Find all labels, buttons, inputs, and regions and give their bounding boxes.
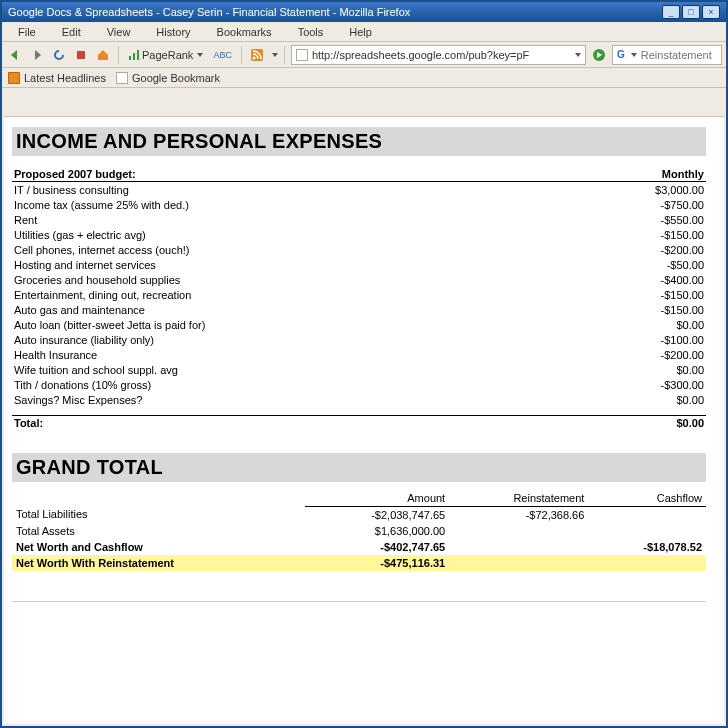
menu-tools[interactable]: Tools — [286, 24, 336, 40]
minimize-button[interactable]: _ — [662, 5, 680, 19]
chevron-down-icon[interactable] — [631, 53, 637, 57]
pagerank-icon[interactable]: PageRank — [125, 46, 206, 64]
row-label: Auto insurance (liability only) — [12, 332, 558, 347]
url-input[interactable] — [312, 49, 569, 61]
svg-rect-1 — [129, 56, 131, 60]
row-label: Auto loan (bitter-sweet Jetta is paid fo… — [12, 317, 558, 332]
search-bar[interactable]: G — [612, 45, 722, 65]
col-monthly: Monthly — [558, 166, 706, 182]
row-value: -$150.00 — [558, 302, 706, 317]
bookmark-label: Latest Headlines — [24, 72, 106, 84]
row-label: Total Liabilities — [12, 506, 305, 523]
grand-total-table: Amount Reinstatement Cashflow Total Liab… — [12, 490, 706, 571]
svg-rect-0 — [77, 51, 85, 59]
reload-button[interactable] — [50, 46, 68, 64]
nav-toolbar: PageRank ABC G — [2, 42, 726, 68]
col-reinstatement: Reinstatement — [449, 490, 588, 507]
page-icon — [116, 72, 128, 84]
networth-label: Net Worth and Cashflow — [12, 539, 305, 555]
row-value: $3,000.00 — [558, 182, 706, 198]
chevron-down-icon — [272, 53, 278, 57]
back-button[interactable] — [6, 46, 24, 64]
document-viewport[interactable]: INCOME AND PERSONAL EXPENSES Proposed 20… — [4, 116, 724, 724]
menu-bookmarks[interactable]: Bookmarks — [205, 24, 284, 40]
stop-button[interactable] — [72, 46, 90, 64]
total-label: Total: — [12, 415, 558, 431]
col-amount: Amount — [305, 490, 450, 507]
net-worth-reinst-row: Net Worth With Reinstatement -$475,116.3… — [12, 555, 706, 571]
row-value: -$100.00 — [558, 332, 706, 347]
row-value: -$300.00 — [558, 377, 706, 392]
address-bar[interactable] — [291, 45, 586, 65]
pagerank-label: PageRank — [142, 49, 193, 61]
table-header-row: Proposed 2007 budget: Monthly — [12, 166, 706, 182]
bookmarks-toolbar: Latest Headlines Google Bookmark — [2, 68, 726, 88]
spreadsheet-document: INCOME AND PERSONAL EXPENSES Proposed 20… — [4, 117, 724, 610]
separator — [118, 46, 119, 64]
menu-view[interactable]: View — [95, 24, 143, 40]
table-row: Rent-$550.00 — [12, 212, 706, 227]
go-button[interactable] — [590, 46, 608, 64]
chevron-down-icon — [197, 53, 203, 57]
forward-button[interactable] — [28, 46, 46, 64]
total-row: Total: $0.00 — [12, 415, 706, 431]
home-button[interactable] — [94, 46, 112, 64]
row-reinstatement — [449, 523, 588, 539]
table-row: Income tax (assume 25% with ded.)-$750.0… — [12, 197, 706, 212]
row-reinstatement: -$72,368.66 — [449, 506, 588, 523]
maximize-button[interactable]: □ — [682, 5, 700, 19]
menu-edit[interactable]: Edit — [50, 24, 93, 40]
chevron-down-icon[interactable] — [575, 53, 581, 57]
menu-history[interactable]: History — [144, 24, 202, 40]
svg-rect-2 — [133, 53, 135, 60]
row-label: Income tax (assume 25% with ded.) — [12, 197, 558, 212]
row-label: Total Assets — [12, 523, 305, 539]
bookmark-google[interactable]: Google Bookmark — [116, 72, 220, 84]
abc-label: ABC — [213, 50, 232, 60]
table-row: Auto insurance (liability only)-$100.00 — [12, 332, 706, 347]
row-label: IT / business consulting — [12, 182, 558, 198]
row-amount: $1,636,000.00 — [305, 523, 450, 539]
table-row: Entertainment, dining out, recreation-$1… — [12, 287, 706, 302]
table-row: Hosting and internet services-$50.00 — [12, 257, 706, 272]
table-row: Total Liabilities-$2,038,747.65-$72,368.… — [12, 506, 706, 523]
budget-table: Proposed 2007 budget: Monthly IT / busin… — [12, 166, 706, 431]
row-value: $0.00 — [558, 362, 706, 377]
spellcheck-button[interactable]: ABC — [210, 46, 235, 64]
titlebar: Google Docs & Spreadsheets - Casey Serin… — [2, 2, 726, 22]
row-value: -$50.00 — [558, 257, 706, 272]
row-label: Savings? Misc Expenses? — [12, 392, 558, 407]
row-label: Cell phones, internet access (ouch!) — [12, 242, 558, 257]
menu-help[interactable]: Help — [337, 24, 384, 40]
row-label: Rent — [12, 212, 558, 227]
row-value: -$400.00 — [558, 272, 706, 287]
row-value: -$750.00 — [558, 197, 706, 212]
section-heading-grand-total: GRAND TOTAL — [12, 453, 706, 482]
table-row: Savings? Misc Expenses?$0.00 — [12, 392, 706, 407]
table-row: Health Insurance-$200.00 — [12, 347, 706, 362]
table-row: Auto gas and maintenance-$150.00 — [12, 302, 706, 317]
table-row: Utilities (gas + electric avg)-$150.00 — [12, 227, 706, 242]
row-amount: -$2,038,747.65 — [305, 506, 450, 523]
bar-icon — [128, 49, 140, 61]
rss-button[interactable] — [248, 46, 266, 64]
menu-file[interactable]: File — [6, 24, 48, 40]
search-engine-icon[interactable]: G — [617, 49, 625, 60]
table-header-row: Amount Reinstatement Cashflow — [12, 490, 706, 507]
search-input[interactable] — [641, 49, 728, 61]
networth-reinst-amount: -$475,116.31 — [305, 555, 450, 571]
window-controls: _ □ × — [662, 5, 720, 19]
footer-divider — [12, 601, 706, 602]
table-row: Total Assets$1,636,000.00 — [12, 523, 706, 539]
row-value: -$150.00 — [558, 227, 706, 242]
close-button[interactable]: × — [702, 5, 720, 19]
row-cashflow — [588, 506, 706, 523]
row-label: Health Insurance — [12, 347, 558, 362]
bookmark-latest-headlines[interactable]: Latest Headlines — [8, 72, 106, 84]
row-label: Auto gas and maintenance — [12, 302, 558, 317]
svg-rect-3 — [137, 50, 139, 60]
row-label: Utilities (gas + electric avg) — [12, 227, 558, 242]
table-row: Wife tuition and school suppl. avg$0.00 — [12, 362, 706, 377]
total-value: $0.00 — [558, 415, 706, 431]
networth-reinst-label: Net Worth With Reinstatement — [12, 555, 305, 571]
